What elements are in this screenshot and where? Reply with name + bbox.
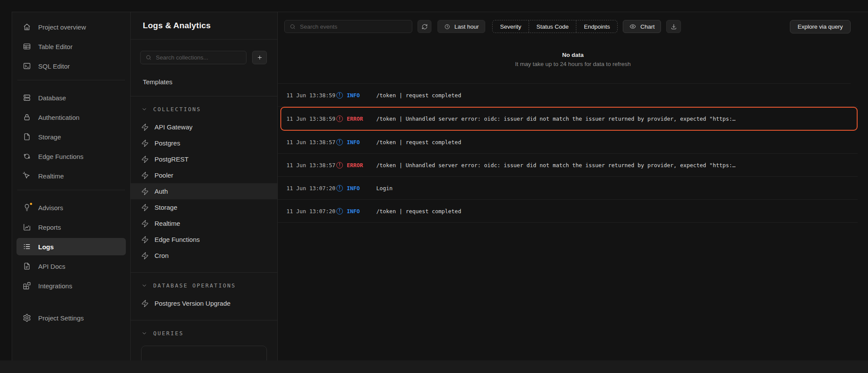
- filter-button-status-code[interactable]: Status Code: [529, 20, 576, 33]
- log-timestamp: 11 Jun 13:07:20: [286, 208, 336, 215]
- chevron-down-icon: [141, 330, 148, 337]
- log-level: ! INFO: [336, 185, 376, 191]
- sidebar-item-project-overview[interactable]: Project overview: [16, 18, 126, 36]
- sidebar-item-sql-editor[interactable]: SQL Editor: [16, 57, 126, 75]
- collection-item-postgrest[interactable]: PostgREST: [131, 151, 277, 167]
- filter-button-severity[interactable]: Severity: [493, 20, 529, 33]
- refresh-button[interactable]: [418, 20, 431, 33]
- section-header-queries[interactable]: QUERIES: [131, 327, 277, 340]
- sidebar-item-database[interactable]: Database: [16, 89, 126, 106]
- collection-item-api-gateway[interactable]: API Gateway: [131, 119, 277, 135]
- nav-item-label: Database: [38, 94, 66, 102]
- page-title: Logs & Analytics: [143, 21, 211, 30]
- collections-search-row: [140, 51, 267, 64]
- collection-item-postgres-version-upgrade[interactable]: Postgres Version Upgrade: [131, 295, 277, 311]
- chart-toggle-button[interactable]: Chart: [623, 20, 661, 33]
- collection-item-edge-functions[interactable]: Edge Functions: [131, 231, 277, 248]
- section-header-label: DATABASE OPERATIONS: [153, 282, 236, 289]
- log-level-label: INFO: [347, 208, 360, 215]
- nav-item-label: Reports: [38, 224, 61, 231]
- chevron-down-icon: [141, 106, 148, 112]
- log-message: /token | request completed: [376, 92, 461, 99]
- nav-item-label: SQL Editor: [38, 63, 70, 70]
- sidebar-item-realtime[interactable]: Realtime: [16, 167, 126, 185]
- sidebar-item-authentication[interactable]: Authentication: [16, 109, 126, 126]
- log-row[interactable]: 11 Jun 13:38:57 ! ERROR /token | Unhandl…: [278, 154, 858, 177]
- collection-item-label: API Gateway: [155, 123, 193, 131]
- collection-item-label: Storage: [155, 204, 178, 211]
- sidebar-item-logs[interactable]: Logs: [16, 238, 126, 255]
- section-header-database-operations[interactable]: DATABASE OPERATIONS: [131, 279, 277, 292]
- section-header-collections[interactable]: COLLECTIONS: [131, 102, 277, 116]
- filter-button-endpoints[interactable]: Endpoints: [576, 20, 617, 33]
- terminal-icon: [23, 62, 31, 70]
- collection-item-label: Postgres: [155, 139, 180, 147]
- collections-search[interactable]: [140, 51, 247, 64]
- collection-item-cron[interactable]: Cron: [131, 248, 277, 264]
- collection-item-storage[interactable]: Storage: [131, 199, 277, 215]
- empty-state-title: No data: [278, 51, 868, 59]
- time-range-label: Last hour: [454, 23, 479, 30]
- log-row[interactable]: 11 Jun 13:38:57 ! INFO /token | request …: [278, 131, 858, 154]
- alert-circle-icon: !: [336, 116, 343, 122]
- add-collection-button[interactable]: [252, 51, 267, 64]
- gear-icon: [23, 314, 31, 322]
- sidebar-item-project-settings[interactable]: Project Settings: [16, 309, 126, 327]
- log-level-label: ERROR: [347, 116, 363, 122]
- sidebar-item-table-editor[interactable]: Table Editor: [16, 38, 126, 55]
- log-message: /token | Unhandled server error: oidc: i…: [376, 162, 736, 168]
- collection-item-auth[interactable]: Auth: [131, 183, 277, 199]
- collection-item-pooler[interactable]: Pooler: [131, 167, 277, 183]
- filter-label: Severity: [500, 23, 521, 30]
- search-icon: [289, 23, 296, 30]
- pointer-icon: [23, 172, 31, 180]
- events-search-input[interactable]: [300, 23, 407, 30]
- nav-item-label: Edge Functions: [38, 153, 83, 160]
- templates-item[interactable]: Templates: [131, 75, 277, 96]
- sidebar-item-reports[interactable]: Reports: [16, 218, 126, 236]
- sidebar-item-storage[interactable]: Storage: [16, 128, 126, 145]
- sidebar-item-advisors[interactable]: Advisors: [16, 199, 126, 216]
- alert-circle-icon: !: [336, 92, 343, 99]
- log-row[interactable]: 11 Jun 13:38:59 ! INFO /token | request …: [278, 84, 858, 107]
- log-message: Login: [376, 185, 393, 191]
- sidebar-gap: [12, 297, 130, 309]
- time-range-button[interactable]: Last hour: [437, 20, 485, 33]
- logs-collections-panel: Logs & Analytics Templates COLLECTIONS A…: [131, 12, 278, 360]
- zap-icon: [141, 155, 149, 163]
- log-level: ! INFO: [336, 92, 376, 99]
- log-row-selected[interactable]: 11 Jun 13:38:59 ! ERROR /token | Unhandl…: [280, 107, 858, 131]
- log-row[interactable]: 11 Jun 13:07:20 ! INFO /token | request …: [278, 200, 858, 223]
- log-message: /token | request completed: [376, 139, 461, 145]
- collection-item-realtime[interactable]: Realtime: [131, 215, 277, 231]
- collections-search-input[interactable]: [156, 54, 241, 61]
- orbit-icon: [23, 152, 31, 161]
- search-icon: [145, 54, 152, 61]
- log-message: /token | Unhandled server error: oidc: i…: [376, 116, 736, 122]
- collection-item-label: Realtime: [155, 220, 180, 227]
- collection-item-postgres[interactable]: Postgres: [131, 135, 277, 151]
- chart-icon: [23, 223, 31, 231]
- log-timestamp: 11 Jun 13:38:59: [286, 92, 336, 99]
- download-icon: [671, 23, 677, 30]
- sidebar-item-edge-functions[interactable]: Edge Functions: [16, 148, 126, 165]
- bottom-strip: [0, 360, 868, 373]
- explore-via-query-button[interactable]: Explore via query: [790, 20, 851, 33]
- nav-item-label: Table Editor: [38, 43, 72, 50]
- zap-icon: [141, 236, 149, 244]
- log-table: 11 Jun 13:38:59 ! INFO /token | request …: [278, 84, 868, 223]
- table-icon: [23, 42, 31, 51]
- clock-icon: [444, 23, 450, 30]
- file-text-icon: [23, 262, 31, 271]
- sidebar-item-integrations[interactable]: Integrations: [16, 277, 126, 294]
- nav-item-label: Realtime: [38, 172, 64, 180]
- download-button[interactable]: [666, 20, 681, 33]
- zap-icon: [141, 300, 149, 307]
- section-header-label: COLLECTIONS: [153, 106, 201, 112]
- sidebar-item-api-docs[interactable]: API Docs: [16, 257, 126, 275]
- log-level: ! INFO: [336, 208, 376, 215]
- nav-sidebar: Project overview Table Editor SQL Editor…: [12, 12, 131, 360]
- log-row[interactable]: 11 Jun 13:07:20 ! INFO Login: [278, 177, 858, 200]
- events-search[interactable]: [284, 20, 412, 33]
- database-icon: [23, 93, 31, 102]
